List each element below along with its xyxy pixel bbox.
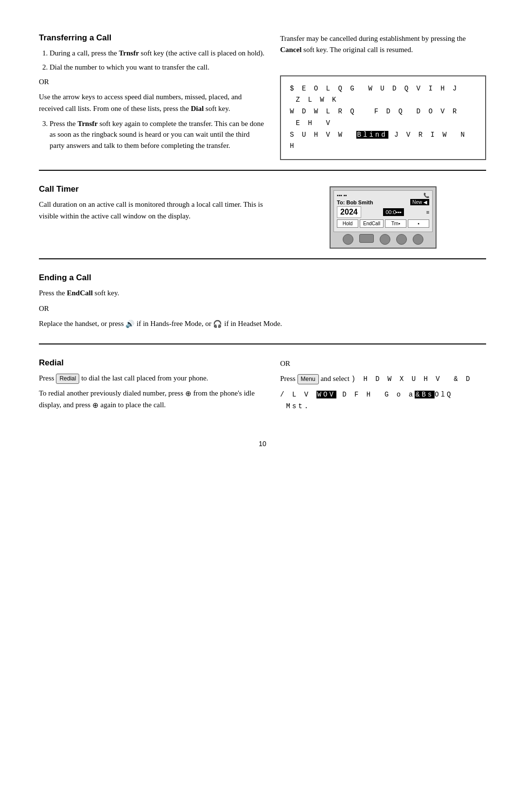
section-ending: Ending a Call Press the EndCall soft key…: [39, 259, 486, 344]
ending-text-1: Press the EndCall soft key.: [39, 288, 486, 299]
redial-or-right: OR: [280, 358, 486, 369]
transferring-title: Transferring a Call: [39, 33, 265, 43]
phone-signal: ≡: [426, 209, 429, 215]
call-timer-text: Call duration on an active call is monit…: [39, 199, 265, 222]
trnsfr-key-1: Trnsfr: [119, 49, 139, 57]
speaker-icon: 🔊: [125, 320, 135, 328]
phone-btn-3[interactable]: [396, 234, 407, 245]
nav-up-icon: ⊕: [185, 390, 192, 397]
redial-right: OR Press Menu and select ) H D W X U H V…: [280, 358, 486, 415]
phone-btn-nav[interactable]: [359, 234, 374, 243]
nav-up-icon-2: ⊕: [92, 401, 99, 409]
redial-title: Redial: [39, 358, 265, 368]
phone-number-row: 2024 00:0▪▪▪ ≡: [337, 206, 429, 218]
box-line-3: S U H V W Blind J V R I W N H: [290, 129, 476, 153]
ending-text-2: Replace the handset, or press 🔊 if in Ha…: [39, 318, 486, 330]
phone-bottom-buttons: [333, 232, 433, 245]
trnsfr-key-2: Trnsfr: [78, 120, 98, 127]
menu-key[interactable]: Menu: [298, 374, 319, 384]
ending-or: OR: [39, 303, 486, 314]
phone-timer: 00:0▪▪▪: [383, 208, 404, 216]
endcall-key: EndCall: [67, 289, 93, 297]
phone-tel-icon: 📞: [423, 193, 429, 198]
box-line-2: W D W L R Q F D Q D O V R E H V: [290, 106, 476, 129]
phone-btn-1[interactable]: [343, 234, 353, 245]
transferring-left: Transferring a Call During a call, press…: [39, 33, 265, 160]
box-highlight: Blind: [356, 131, 388, 139]
call-timer-left: Call Timer Call duration on an active ca…: [39, 184, 265, 249]
step-2: Dial the number to which you want to tra…: [50, 62, 265, 73]
phone-screen: ▪▪▪ ▪▪ 📞 To: Bob Smith New ◀ 2024 00:0▪▪…: [333, 190, 433, 232]
redial-highlight-1: WOV: [316, 391, 336, 398]
trn-softkey[interactable]: Trn▪: [385, 219, 406, 228]
redial-scrambled-1: ) H D W X U H V & D: [351, 375, 472, 383]
phone-contact-name: To: Bob Smith: [337, 199, 373, 205]
redial-scrambled-2: / L V WOV D F H G o a&BsOlQ Mst.: [280, 391, 453, 410]
transfer-cancel-text: Transfer may be cancelled during establi…: [280, 33, 486, 56]
call-timer-title: Call Timer: [39, 184, 265, 194]
phone-new-badge: New ◀: [410, 199, 429, 205]
transferring-steps: During a call, press the Trnsfr soft key…: [39, 48, 265, 72]
phone-top-row: ▪▪▪ ▪▪ 📞: [337, 193, 429, 198]
phone-softkeys[interactable]: Hold EndCall Trn▪ ▪: [337, 219, 429, 228]
redial-key[interactable]: Redial: [56, 374, 79, 384]
ending-title: Ending a Call: [39, 273, 486, 283]
redial-text-1: Press Redial to dial the last call place…: [39, 373, 265, 384]
phone-mockup: ▪▪▪ ▪▪ 📞 To: Bob Smith New ◀ 2024 00:0▪▪…: [330, 186, 437, 249]
transferring-steps-2: Press the Trnsfr soft key again to compl…: [39, 118, 265, 151]
redial-highlight-2: &Bs: [415, 391, 435, 398]
cancel-key: Cancel: [280, 46, 301, 54]
step-1: During a call, press the Trnsfr soft key…: [50, 48, 265, 59]
redial-right-text: Press Menu and select ) H D W X U H V & …: [280, 373, 486, 385]
section-redial: Redial Press Redial to dial the last cal…: [39, 344, 486, 425]
hold-softkey[interactable]: Hold: [337, 219, 358, 228]
redial-text-2: To redial another previously dialed numb…: [39, 388, 265, 411]
phone-status-icons: ▪▪▪ ▪▪: [337, 193, 347, 198]
redial-left: Redial Press Redial to dial the last cal…: [39, 358, 265, 415]
step-3: Press the Trnsfr soft key again to compl…: [50, 118, 265, 151]
blind-transfer-box: $ E O L Q G W U D Q V I H J Z L W K W D …: [280, 75, 486, 161]
section-call-timer: Call Timer Call duration on an active ca…: [39, 171, 486, 259]
redial-right-text-2: / L V WOV D F H G o a&BsOlQ Mst.: [280, 389, 486, 412]
call-timer-right: ▪▪▪ ▪▪ 📞 To: Bob Smith New ◀ 2024 00:0▪▪…: [280, 184, 486, 249]
headset-icon: 🎧: [213, 320, 222, 328]
section-transferring: Transferring a Call During a call, press…: [39, 19, 486, 171]
phone-name-row: To: Bob Smith New ◀: [337, 199, 429, 205]
dial-key: Dial: [191, 105, 204, 112]
phone-number: 2024: [337, 206, 361, 218]
phone-btn-2[interactable]: [380, 234, 390, 245]
extra-softkey[interactable]: ▪: [408, 219, 429, 228]
transferring-right: Transfer may be cancelled during establi…: [280, 33, 486, 160]
or-label-1: OR: [39, 76, 265, 88]
box-line-1: $ E O L Q G W U D Q V I H J Z L W K: [290, 83, 476, 107]
phone-btn-4[interactable]: [413, 234, 423, 245]
endcall-softkey[interactable]: EndCall: [360, 219, 384, 228]
speed-dial-text: Use the arrow keys to access speed dial …: [39, 91, 265, 114]
page-number: 10: [39, 440, 486, 448]
